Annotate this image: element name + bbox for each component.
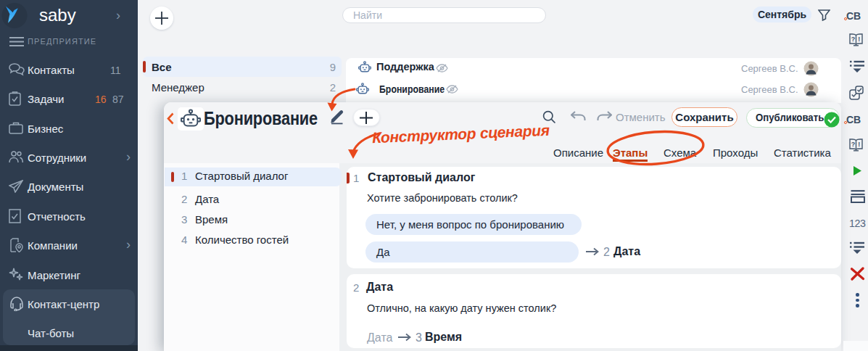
svg-text:!: !	[858, 141, 860, 148]
svg-text:!: !	[858, 36, 860, 43]
svg-text:?: ?	[851, 36, 856, 43]
svg-text:?: ?	[851, 141, 856, 148]
